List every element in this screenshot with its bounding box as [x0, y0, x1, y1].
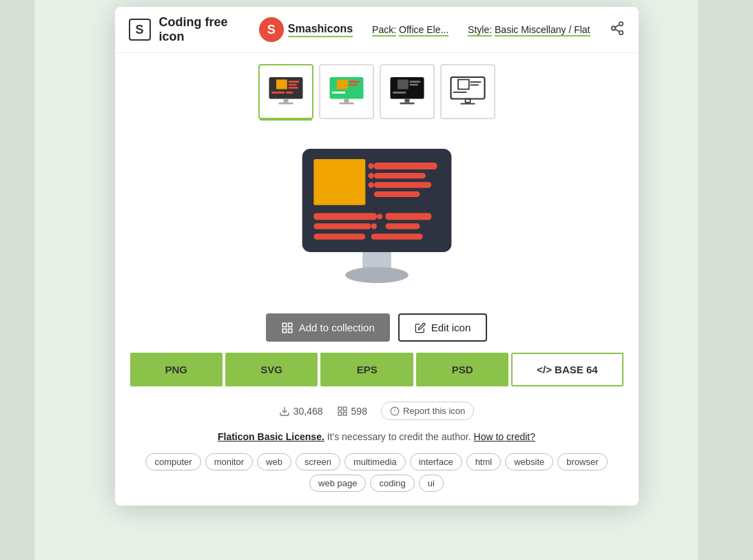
svg-rect-48 — [385, 213, 431, 220]
credit-link[interactable]: How to credit? — [474, 431, 535, 442]
svg-rect-55 — [288, 323, 291, 326]
share-button[interactable] — [610, 21, 625, 39]
tag-item[interactable]: computer — [145, 453, 200, 470]
svg-rect-27 — [400, 103, 414, 105]
svg-rect-16 — [349, 81, 360, 83]
report-label: Report this icon — [403, 406, 465, 416]
main-icon-display — [115, 125, 639, 308]
license-row: Flaticon Basic License. It's necessary t… — [115, 427, 639, 449]
logo-letter: S — [135, 23, 143, 37]
svg-rect-7 — [288, 81, 299, 83]
svg-rect-18 — [332, 92, 345, 94]
svg-point-1 — [611, 26, 615, 30]
report-button[interactable]: Report this icon — [381, 402, 474, 420]
tag-item[interactable]: interface — [410, 453, 462, 470]
modal-header: S Coding free icon S Smashicons Pack: Of… — [115, 7, 639, 53]
side-panel-right — [698, 0, 753, 560]
svg-rect-13 — [278, 103, 293, 105]
svg-rect-29 — [458, 80, 469, 90]
style-link[interactable]: Basic Miscellany / Flat — [495, 24, 590, 37]
tag-item[interactable]: browser — [557, 453, 607, 470]
brand-name[interactable]: Smashicons — [288, 23, 353, 37]
add-collection-label: Add to collection — [299, 322, 375, 333]
collection-count-value: 598 — [351, 406, 367, 417]
logo-box: S — [129, 19, 151, 41]
svg-rect-44 — [313, 213, 377, 220]
svg-rect-57 — [288, 329, 291, 332]
tag-item[interactable]: website — [505, 453, 553, 470]
svg-rect-49 — [385, 223, 420, 229]
edit-icon-button[interactable]: Edit icon — [398, 313, 488, 342]
svg-point-45 — [377, 214, 382, 219]
svg-point-38 — [368, 163, 373, 169]
svg-rect-23 — [409, 81, 420, 83]
svg-rect-24 — [409, 84, 417, 86]
tag-item[interactable]: multimedia — [344, 453, 406, 470]
pack-link[interactable]: Office Ele... — [399, 24, 448, 37]
svg-rect-62 — [343, 412, 347, 415]
svg-rect-39 — [373, 173, 425, 178]
svg-line-4 — [615, 24, 619, 27]
svg-rect-22 — [398, 80, 409, 90]
brand-logo[interactable]: S — [259, 17, 284, 42]
tag-item[interactable]: html — [466, 453, 502, 470]
svg-rect-51 — [371, 234, 422, 239]
variant-thumb-4[interactable] — [440, 64, 495, 119]
tag-item[interactable]: screen — [296, 453, 340, 470]
svg-rect-41 — [373, 182, 431, 187]
svg-point-2 — [619, 30, 623, 34]
action-buttons-row: Add to collection Edit icon — [115, 308, 639, 353]
svg-rect-20 — [339, 103, 353, 105]
svg-rect-11 — [286, 92, 293, 94]
variant-thumbnails — [115, 53, 639, 125]
svg-rect-12 — [283, 99, 288, 103]
svg-rect-61 — [338, 412, 342, 415]
svg-rect-36 — [313, 159, 365, 205]
svg-rect-19 — [344, 99, 349, 103]
svg-rect-10 — [271, 92, 285, 94]
variant-thumb-1[interactable] — [258, 64, 313, 119]
svg-point-40 — [368, 173, 373, 178]
svg-rect-8 — [288, 84, 296, 86]
svg-rect-46 — [313, 223, 371, 229]
side-panel-left — [0, 0, 34, 560]
svg-rect-15 — [337, 80, 348, 90]
download-svg-button[interactable]: SVG — [225, 353, 318, 386]
svg-rect-54 — [282, 323, 286, 326]
download-buttons-row: PNG SVG EPS PSD </> BASE 64 — [115, 353, 639, 397]
svg-rect-26 — [404, 99, 409, 103]
svg-point-42 — [368, 182, 373, 187]
collection-count: 598 — [337, 406, 367, 417]
download-png-button[interactable]: PNG — [130, 353, 223, 386]
download-base64-button[interactable]: </> BASE 64 — [511, 353, 623, 386]
add-to-collection-button[interactable]: Add to collection — [266, 313, 390, 342]
variant-thumb-3[interactable] — [380, 64, 435, 119]
stats-row: 30,468 598 Report this icon — [115, 397, 639, 427]
tag-item[interactable]: ui — [419, 475, 444, 492]
svg-rect-50 — [313, 234, 365, 239]
svg-rect-43 — [373, 191, 420, 197]
svg-rect-25 — [393, 92, 406, 94]
tag-item[interactable]: web — [257, 453, 291, 470]
svg-point-47 — [371, 223, 376, 229]
tags-row: computermonitorwebscreenmultimediainterf… — [115, 449, 639, 506]
tag-item[interactable]: monitor — [205, 453, 253, 470]
brand-section: S Smashicons — [259, 17, 353, 42]
style-info: Style: Basic Miscellany / Flat — [468, 24, 590, 35]
variant-thumb-2[interactable] — [319, 64, 374, 119]
svg-rect-52 — [362, 252, 391, 269]
svg-point-0 — [619, 21, 623, 25]
edit-icon-label: Edit icon — [431, 322, 471, 333]
license-name-link[interactable]: Flaticon Basic License. — [218, 431, 324, 442]
tag-item[interactable]: coding — [370, 475, 414, 492]
svg-rect-9 — [288, 87, 298, 89]
svg-line-3 — [615, 29, 619, 32]
download-psd-button[interactable]: PSD — [416, 353, 508, 386]
download-eps-button[interactable]: EPS — [320, 353, 413, 386]
icon-detail-modal: S Coding free icon S Smashicons Pack: Of… — [115, 7, 639, 506]
svg-rect-28 — [451, 77, 484, 99]
svg-point-53 — [345, 267, 409, 283]
license-text: It's necessary to credit the author. — [327, 431, 474, 442]
tag-item[interactable]: web page — [309, 475, 366, 492]
svg-rect-37 — [373, 163, 437, 169]
